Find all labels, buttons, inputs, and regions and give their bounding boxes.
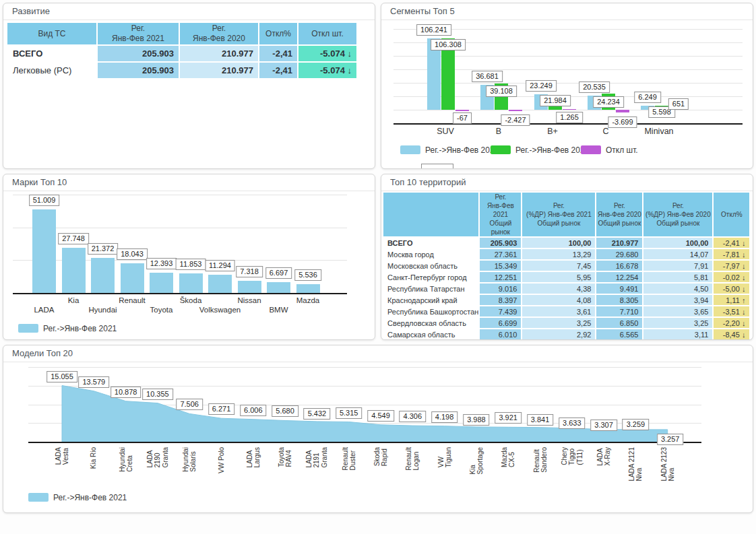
data-label: 51.009 <box>29 195 60 206</box>
x-label-LADA-Largus[interactable]: LADA Largus <box>245 447 261 468</box>
area-series-svg <box>3 362 753 512</box>
table-header-cell[interactable]: Рег. Янв-Фев 2021 Общий рынок <box>480 193 522 238</box>
x-label-Nissan[interactable]: Nissan <box>237 296 261 304</box>
x-label-Renault-Sandero[interactable]: Renault Sandero <box>532 447 548 473</box>
x-label-LADA[interactable]: LADA <box>34 306 54 314</box>
table-header-cell[interactable]: Рег. Янв-Фев 2020 <box>180 23 259 46</box>
data-label: 13.579 <box>78 376 109 388</box>
x-label-B[interactable]: B <box>496 127 501 136</box>
bar-LADA-2021[interactable] <box>32 209 56 293</box>
table-header-cell[interactable] <box>383 193 480 238</box>
data-label: 10.355 <box>142 389 173 400</box>
x-label-LADA-2191-Granta[interactable]: LADA 2191 Granta <box>305 447 329 468</box>
legend-swatch <box>491 145 511 154</box>
cell-territory[interactable]: Республика Башкортостан <box>383 306 480 318</box>
x-label-Skoda-Rapid[interactable]: Skoda Rapid <box>373 447 389 466</box>
cell-reg-2020: 8.305 <box>596 295 643 306</box>
cell-territory[interactable]: Свердловская область <box>383 318 480 329</box>
x-axis-line <box>393 123 743 125</box>
cell-territory[interactable]: Краснодарский край <box>383 295 480 306</box>
segments-chart: 106.241106.308-67SUV36.68139.108-2.427B2… <box>381 20 753 168</box>
gridline <box>393 110 743 110</box>
cell-dr-2020: 100,00 <box>643 238 714 249</box>
x-label-Kia-Rio[interactable]: Kia Rio <box>90 447 98 469</box>
cell-vehicle-type[interactable]: Легковые (PC) <box>7 63 98 79</box>
cell-territory[interactable]: ВСЕГО <box>383 238 480 249</box>
x-label-B+[interactable]: B+ <box>547 127 558 136</box>
panel-models-title: Модели Топ 20 <box>3 345 753 362</box>
bar-Nissan-2021[interactable] <box>238 281 261 293</box>
x-label-LADA-Vesta[interactable]: LADA Vesta <box>55 447 70 465</box>
table-row: Санкт-Петербург город12.2515,9512.2545,8… <box>383 272 751 283</box>
bar-Škoda-2021[interactable] <box>179 273 203 293</box>
cell-otkl-pct: -2,20 ↓ <box>714 318 751 329</box>
panel-models-content: 15.055LADA Vesta13.579Kia Rio10.878Hyund… <box>3 362 753 512</box>
x-label-Chery-Tiggo-(T11)[interactable]: Chery Tiggo (T11) <box>561 447 584 465</box>
cell-territory[interactable]: Республика Татарстан <box>383 283 480 295</box>
x-label-C[interactable]: C <box>602 127 608 136</box>
x-label-SUV[interactable]: SUV <box>437 127 454 136</box>
panel-models: Модели Топ 20 15.055LADA Vesta13.579Kia … <box>3 345 753 513</box>
table-header-cell[interactable]: Откл шт. <box>298 23 358 46</box>
x-label-VW-Tiguan[interactable]: VW Tiguan <box>437 447 452 467</box>
x-label-Hyundai-Creta[interactable]: Hyundai Creta <box>118 447 133 472</box>
table-row: Московская область15.3497,4516.6787,91-7… <box>383 261 751 272</box>
bar-SUV-diff[interactable] <box>455 110 469 111</box>
x-label-Mazda[interactable]: Mazda <box>296 296 320 304</box>
legend-label: Рег.->Янв-Фев 2021 <box>53 493 127 502</box>
table-header-cell[interactable]: Откл% <box>259 23 298 46</box>
panel-development: Развитие Вид ТСРег. Янв-Фев 2021Рег. Янв… <box>3 3 375 169</box>
x-label-LADA-2121-Niva[interactable]: LADA 2121 Niva <box>628 447 643 481</box>
table-header-cell[interactable]: Рег. (%ДР) Янв-Фев 2021 Общий рынок <box>522 193 596 238</box>
x-label-LADA-2190-Granta[interactable]: LADA 2190 Granta <box>146 447 170 468</box>
x-label-Mazda-CX-5[interactable]: Mazda CX-5 <box>501 447 516 467</box>
panel-segments-title: Сегменты Топ 5 <box>381 3 753 20</box>
x-label-LADA-2123-Niva[interactable]: LADA 2123 Niva <box>660 447 675 481</box>
table-row: Легковые (PC)205.903210.977-2,41-5.074 ↓ <box>7 63 358 79</box>
legend-label: Рег.->Янв-Фев 2020 <box>515 145 589 155</box>
x-label-Hyundai[interactable]: Hyundai <box>88 306 117 314</box>
bar-BMW-2021[interactable] <box>267 282 290 293</box>
bar-Kia-2021[interactable] <box>62 248 86 293</box>
x-label-Kia[interactable]: Kia <box>68 296 80 304</box>
table-header-cell[interactable]: Рег. Янв-Фев 2021 <box>98 23 180 46</box>
cell-reg-2021: 15.349 <box>480 261 522 272</box>
cell-territory[interactable]: Москва город <box>383 249 480 261</box>
x-label-Hyundai-Solaris[interactable]: Hyundai Solaris <box>182 447 197 472</box>
table-header-cell[interactable]: Вид ТС <box>7 23 98 46</box>
x-label-Toyota-RAV4[interactable]: Toyota RAV4 <box>278 447 293 467</box>
gridline <box>13 195 347 195</box>
bar-B+-diff[interactable] <box>563 109 576 110</box>
cell-reg-2021: 205.903 <box>98 63 180 79</box>
cell-territory[interactable]: Самарская область <box>383 329 480 339</box>
cell-territory[interactable]: Санкт-Петербург город <box>383 272 480 283</box>
x-label-Volkswagen[interactable]: Volkswagen <box>199 306 241 314</box>
x-label-Kia-Sportage[interactable]: Kia Sportage <box>468 447 484 475</box>
x-label-Renault-Logan[interactable]: Renault Logan <box>405 447 420 470</box>
x-label-Renault-Duster[interactable]: Renault Duster <box>341 447 356 470</box>
panel-development-content: Вид ТСРег. Янв-Фев 2021Рег. Янв-Фев 2020… <box>3 20 375 168</box>
bar-B-diff[interactable] <box>509 110 522 111</box>
cell-territory[interactable]: Московская область <box>383 261 480 272</box>
territories-table: Рег. Янв-Фев 2021 Общий рынокРег. (%ДР) … <box>383 193 751 339</box>
x-label-VW-Polo[interactable]: VW Polo <box>218 447 226 473</box>
x-label-Minivan[interactable]: Minivan <box>644 127 673 136</box>
x-label-Škoda[interactable]: Škoda <box>180 296 202 304</box>
x-label-Renault[interactable]: Renault <box>119 296 146 304</box>
bar-Mazda-2021[interactable] <box>296 284 320 293</box>
bar-C-diff[interactable] <box>616 110 629 112</box>
cell-vehicle-type[interactable]: ВСЕГО <box>7 46 98 63</box>
bar-Hyundai-2021[interactable] <box>91 258 115 293</box>
bar-Volkswagen-2021[interactable] <box>208 275 232 293</box>
bar-Renault-2021[interactable] <box>121 263 144 293</box>
x-label-Toyota[interactable]: Toyota <box>150 306 173 314</box>
cell-reg-2020: 6.565 <box>596 329 643 339</box>
table-header-cell[interactable]: Рег. (%ДР) Янв-Фев 2020 Общий рынок <box>643 193 714 238</box>
legend-label: Рег.->Янв-Фев 2021 <box>43 324 117 333</box>
x-label-LADA-X-Ray[interactable]: LADA X-Ray <box>596 447 612 466</box>
table-header-cell[interactable]: Рег. Янв-Фев 2020 Общий рынок <box>596 193 643 238</box>
table-header-cell[interactable]: Откл% <box>714 193 751 238</box>
panel-title-text: Развитие <box>12 6 50 16</box>
x-label-BMW[interactable]: BMW <box>269 306 288 314</box>
bar-Toyota-2021[interactable] <box>150 273 173 293</box>
